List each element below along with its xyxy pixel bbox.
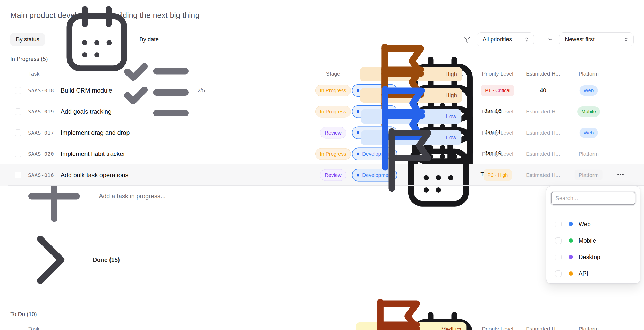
platform-cell[interactable]: Web xyxy=(580,128,598,138)
platform-filter-popup: WebMobileDesktopAPI xyxy=(546,186,640,284)
task-row-label: SAAS-019Add goals tracking xyxy=(15,108,112,115)
estimated-hours-cell[interactable]: 40 xyxy=(540,87,546,94)
estimated-hours-value: 40 xyxy=(540,87,546,94)
platform-options-list: WebMobileDesktopAPI xyxy=(551,216,635,282)
type-dot-icon xyxy=(357,174,359,177)
task-id: SAAS-020 xyxy=(28,151,54,157)
estimated-hours-cell[interactable]: Estimated H... xyxy=(526,171,560,179)
platform-badge: Web xyxy=(580,128,598,138)
estimated-hours-placeholder: Estimated H... xyxy=(526,172,560,178)
task-title[interactable]: Add bulk task operations xyxy=(61,171,128,179)
column-header: Estimated H... xyxy=(526,326,560,330)
task-id: SAAS-017 xyxy=(28,130,54,136)
ellipsis-icon xyxy=(617,171,624,178)
color-dot-icon xyxy=(569,238,573,243)
platform-option-mobile[interactable]: Mobile xyxy=(551,232,635,249)
platform-cell[interactable]: Platform xyxy=(579,150,599,158)
stage-badge: In Progress xyxy=(315,148,351,160)
stage-badge: In Progress xyxy=(315,106,351,118)
priority-filter-value: All priorities xyxy=(483,36,512,43)
table-row[interactable]: SAAS-017Implement drag and dropReviewDev… xyxy=(0,122,644,143)
task-id: SAAS-016 xyxy=(28,172,54,178)
flag-icon xyxy=(361,312,438,330)
task-row-label: SAAS-020Implement habit tracker xyxy=(15,150,125,158)
option-label: API xyxy=(579,270,588,277)
option-label: Web xyxy=(579,221,591,228)
table-row[interactable]: SAAS-020Implement habit trackerIn Progre… xyxy=(0,143,644,164)
task-row-label: SAAS-016Add bulk task operations xyxy=(15,171,128,179)
task-checkbox[interactable] xyxy=(15,87,21,94)
platform-badge: Mobile xyxy=(577,106,600,117)
column-header: Estimated H... xyxy=(526,71,560,77)
option-label: Mobile xyxy=(579,237,596,244)
estimated-hours-cell[interactable]: Estimated H... xyxy=(526,150,560,158)
estimated-hours-placeholder: Estimated H... xyxy=(526,109,560,114)
platform-option-web[interactable]: Web xyxy=(551,216,635,232)
unfold-icon xyxy=(623,36,629,43)
priority-level-cell[interactable]: P2 - High xyxy=(484,169,512,181)
platform-option-desktop[interactable]: Desktop xyxy=(551,249,635,265)
stage-badge: Review xyxy=(320,127,346,139)
stage-badge: In Progress xyxy=(315,85,351,96)
priority-label: High xyxy=(445,71,457,78)
stage-badge: Review xyxy=(320,169,346,181)
task-checkbox[interactable] xyxy=(15,172,21,178)
sort-direction-chevron-down-icon[interactable] xyxy=(547,36,554,43)
platform-cell[interactable]: Platform xyxy=(575,171,603,179)
filter-funnel-icon[interactable] xyxy=(463,36,471,43)
option-checkbox[interactable] xyxy=(555,237,562,244)
platform-option-api[interactable]: API xyxy=(551,265,635,282)
type-dot-icon xyxy=(357,153,359,155)
estimated-hours-cell[interactable]: Estimated H... xyxy=(526,129,560,136)
row-menu-cell[interactable] xyxy=(617,171,624,179)
table-header-row: TaskTypePriorityDue datePriority LevelEs… xyxy=(0,323,644,330)
priority-label: High xyxy=(445,92,457,99)
task-id: SAAS-018 xyxy=(28,87,54,94)
section-label: To Do (10) xyxy=(10,311,644,318)
task-checkbox[interactable] xyxy=(15,151,21,157)
checklist-count: 2/5 xyxy=(197,87,205,94)
chevron-right-icon xyxy=(11,221,89,299)
toolbar-divider xyxy=(540,32,541,47)
stage-cell[interactable]: In Progress xyxy=(315,148,351,160)
platform-cell[interactable]: Mobile xyxy=(577,106,600,117)
stage-cell[interactable]: Review xyxy=(320,169,346,181)
priority-cell[interactable] xyxy=(372,152,450,199)
estimated-hours-cell[interactable]: Estimated H... xyxy=(526,108,560,115)
tab-by-status[interactable]: By status xyxy=(10,33,45,46)
search-input[interactable] xyxy=(551,192,635,205)
flag-icon xyxy=(372,120,450,197)
unfold-icon xyxy=(523,36,530,43)
task-title[interactable]: Implement habit tracker xyxy=(61,150,125,158)
task-title[interactable]: Build CRM module xyxy=(61,87,112,94)
option-checkbox[interactable] xyxy=(555,254,562,260)
toolbar: By status By date All priorities Newest … xyxy=(10,32,634,46)
option-checkbox[interactable] xyxy=(555,270,562,277)
color-dot-icon xyxy=(569,255,573,259)
tab-by-status-label: By status xyxy=(16,36,39,43)
color-dot-icon xyxy=(569,271,573,276)
stage-cell[interactable]: In Progress xyxy=(315,106,351,118)
task-checkbox[interactable] xyxy=(15,108,21,115)
task-checkbox[interactable] xyxy=(15,129,21,136)
table-row[interactable]: SAAS-018Build CRM module2/5In ProgressDe… xyxy=(0,80,644,101)
column-header: Stage xyxy=(326,71,340,77)
stage-cell[interactable]: Review xyxy=(320,127,346,139)
task-title[interactable]: Add goals tracking xyxy=(61,108,111,115)
priority-filter-select[interactable]: All priorities xyxy=(477,32,534,46)
tab-by-date-label: By date xyxy=(139,36,159,43)
type-dot-icon xyxy=(357,131,359,134)
option-checkbox[interactable] xyxy=(555,221,562,227)
priority-level-badge: P2 - High xyxy=(484,169,512,181)
task-title[interactable]: Implement drag and drop xyxy=(61,129,130,136)
stage-cell[interactable]: In Progress xyxy=(315,85,351,96)
section-done-label: Done (15) xyxy=(93,257,120,263)
priority-flag-only xyxy=(372,152,450,166)
platform-placeholder: Platform xyxy=(575,170,603,180)
column-header: Platform xyxy=(579,71,599,77)
sort-select[interactable]: Newest first xyxy=(559,32,634,46)
task-board-app: Main product development - Building the … xyxy=(0,0,644,330)
table-row[interactable]: SAAS-019Add goals trackingIn ProgressDev… xyxy=(0,101,644,122)
platform-cell[interactable]: Web xyxy=(580,85,598,96)
table-row[interactable]: SAAS-016Add bulk task operationsReviewDe… xyxy=(0,164,644,186)
